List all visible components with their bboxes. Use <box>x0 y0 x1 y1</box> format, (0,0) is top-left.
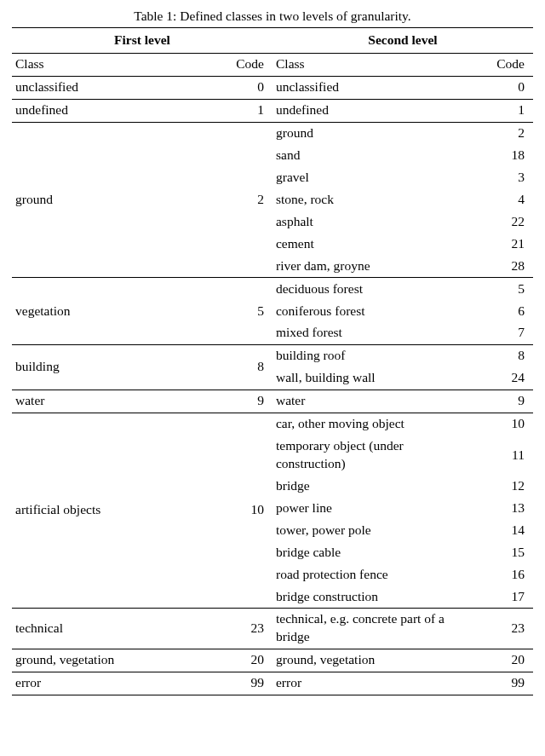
second-level-class: bridge construction <box>272 586 460 608</box>
second-level-code: 6 <box>460 300 533 322</box>
second-level-code: 16 <box>460 563 533 586</box>
second-level-class: stone, rock <box>272 188 460 211</box>
first-level-code: 23 <box>199 608 272 649</box>
header-class-2: Class <box>272 53 460 76</box>
second-level-code: 21 <box>460 233 533 255</box>
second-level-code: 24 <box>460 367 533 390</box>
second-level-code: 1 <box>460 99 533 122</box>
second-level-class: undefined <box>272 99 460 122</box>
second-level-class: river dam, groyne <box>272 255 460 277</box>
first-level-code: 8 <box>199 344 272 390</box>
first-level-code: 10 <box>199 413 272 608</box>
second-level-code: 9 <box>460 390 533 413</box>
second-level-code: 10 <box>460 413 533 435</box>
table-row: unclassified0unclassified0 <box>12 76 533 99</box>
second-level-class: power line <box>272 497 460 519</box>
header-class-1: Class <box>12 53 199 76</box>
second-level-code: 15 <box>460 541 533 563</box>
first-level-class: undefined <box>12 99 199 122</box>
second-level-code: 28 <box>460 255 533 277</box>
table-row: undefined1undefined1 <box>12 99 533 122</box>
second-level-code: 17 <box>460 586 533 608</box>
second-level-class: building roof <box>272 344 460 366</box>
first-level-code: 2 <box>199 122 272 277</box>
second-level-class: error <box>272 672 460 695</box>
second-level-class: asphalt <box>272 211 460 233</box>
second-level-code: 99 <box>460 672 533 695</box>
first-level-class: artificial objects <box>12 413 199 608</box>
table-row: building8building roof8 <box>12 344 533 366</box>
second-level-code: 5 <box>460 278 533 300</box>
first-level-class: building <box>12 344 199 390</box>
second-level-class: sand <box>272 145 460 167</box>
second-level-code: 2 <box>460 122 533 144</box>
first-level-class: unclassified <box>12 76 199 99</box>
second-level-code: 22 <box>460 211 533 233</box>
second-level-code: 0 <box>460 76 533 99</box>
header-code-2: Code <box>460 53 533 76</box>
second-level-class: temporary object (under construction) <box>272 436 460 476</box>
first-level-code: 99 <box>199 672 272 695</box>
second-level-class: gravel <box>272 167 460 189</box>
table-caption: Table 1: Defined classes in two levels o… <box>12 9 533 24</box>
first-level-code: 1 <box>199 99 272 122</box>
first-level-code: 9 <box>199 390 272 413</box>
second-level-class: car, other moving object <box>272 413 460 435</box>
first-level-code: 0 <box>199 76 272 99</box>
second-level-class: bridge cable <box>272 541 460 563</box>
second-level-class: deciduous forest <box>272 278 460 300</box>
second-level-class: water <box>272 390 460 413</box>
table-row: ground, vegetation20ground, vegetation20 <box>12 649 533 672</box>
table-row: artificial objects10car, other moving ob… <box>12 413 533 435</box>
first-level-class: ground <box>12 122 199 277</box>
first-level-class: vegetation <box>12 278 199 345</box>
second-level-code: 20 <box>460 649 533 672</box>
second-level-code: 23 <box>460 608 533 649</box>
first-level-class: water <box>12 390 199 413</box>
second-level-code: 12 <box>460 475 533 497</box>
header-second-level: Second level <box>272 28 533 54</box>
class-table: First levelSecond levelClassCodeClassCod… <box>12 27 533 695</box>
table-row: ground2ground2 <box>12 122 533 144</box>
second-level-class: cement <box>272 233 460 255</box>
second-level-class: ground <box>272 122 460 144</box>
first-level-code: 5 <box>199 278 272 345</box>
first-level-class: ground, vegetation <box>12 649 199 672</box>
first-level-class: error <box>12 672 199 695</box>
header-first-level: First level <box>12 28 272 54</box>
second-level-class: wall, building wall <box>272 367 460 390</box>
second-level-code: 8 <box>460 344 533 366</box>
second-level-code: 4 <box>460 188 533 211</box>
table-row: vegetation5deciduous forest5 <box>12 278 533 300</box>
second-level-code: 14 <box>460 519 533 541</box>
table-row: technical23technical, e.g. concrete part… <box>12 608 533 649</box>
second-level-code: 18 <box>460 145 533 167</box>
first-level-code: 20 <box>199 649 272 672</box>
header-code-1: Code <box>199 53 272 76</box>
second-level-code: 7 <box>460 322 533 344</box>
first-level-class: technical <box>12 608 199 649</box>
second-level-class: coniferous forest <box>272 300 460 322</box>
second-level-class: unclassified <box>272 76 460 99</box>
second-level-class: bridge <box>272 475 460 497</box>
second-level-class: road protection fence <box>272 563 460 586</box>
second-level-class: ground, vegetation <box>272 649 460 672</box>
second-level-code: 11 <box>460 436 533 476</box>
second-level-code: 13 <box>460 497 533 519</box>
second-level-class: technical, e.g. concrete part of a bridg… <box>272 608 460 649</box>
second-level-class: mixed forest <box>272 322 460 344</box>
table-row: error99error99 <box>12 672 533 695</box>
second-level-code: 3 <box>460 167 533 189</box>
second-level-class: tower, power pole <box>272 519 460 541</box>
table-row: water9water9 <box>12 390 533 413</box>
